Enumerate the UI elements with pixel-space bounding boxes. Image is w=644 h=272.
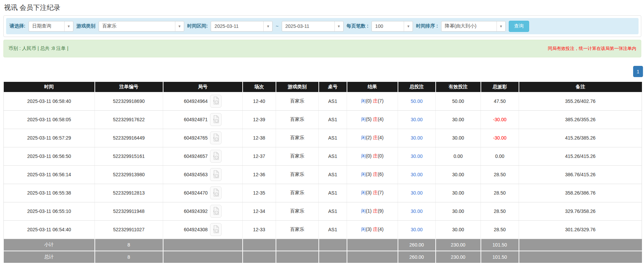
cell-round-id: 604924765: [163, 129, 243, 147]
cell-time: 2025-03-11 06:55:38: [4, 184, 95, 202]
sort-value: 降幂(由大到小): [441, 23, 480, 29]
result-player-label: 闲: [361, 116, 366, 122]
cell-total-bet-link[interactable]: 50.00: [398, 92, 436, 110]
cell-time: 2025-03-11 06:56:14: [4, 165, 95, 184]
cell-session: 12-37: [243, 147, 276, 165]
cell-total-bet-link[interactable]: 30.00: [398, 129, 436, 147]
result-banker-label: 庄: [373, 116, 378, 122]
chevron-down-icon: ▼: [497, 21, 505, 31]
cell-total-bet-link[interactable]: 30.00: [398, 202, 436, 220]
cell-game-type: 百家乐: [276, 92, 319, 110]
cell-time: 2025-03-11 06:58:05: [4, 110, 95, 129]
cell-payout: -30.00: [481, 129, 519, 147]
round-id-value: 604924308: [184, 227, 208, 232]
cell-session: 12-38: [243, 129, 276, 147]
date-to-select[interactable]: 2025-03-11 ▼: [282, 21, 344, 32]
summary-bar: 币别 : 人民币 | 总共 :8 注单 | 同局有效投注，统一计算在该局第一张注…: [3, 40, 641, 57]
cell-time: 2025-03-11 06:55:10: [4, 202, 95, 220]
cell-table-no: AS1: [319, 129, 347, 147]
cell-result: 闲(3) 庄(4): [347, 220, 398, 239]
cell-result: 闲(2) 庄(4): [347, 129, 398, 147]
result-banker-score: (4): [378, 226, 383, 232]
result-player-score: (3): [366, 226, 371, 232]
table-row: 2025-03-11 06:55:38 522329912813 6049244…: [4, 184, 642, 202]
result-banker-score: (7): [378, 190, 383, 195]
cell-table-no: AS1: [319, 184, 347, 202]
col-header-total-bet: 总投注: [398, 82, 436, 92]
round-id-value: 604924871: [184, 117, 208, 122]
game-type-select[interactable]: 百家乐 ▼: [99, 21, 184, 32]
video-replay-button[interactable]: [210, 223, 222, 236]
table-footer: 小计 8 260.00 230.00 101.50 总计 8 260.00 23…: [4, 239, 642, 263]
result-player-score: (3): [366, 190, 371, 195]
cell-remark: 329.76/358.26: [519, 202, 642, 220]
video-replay-button[interactable]: [210, 168, 222, 181]
cell-total-bet-link[interactable]: 30.00: [398, 220, 436, 239]
video-file-icon: [212, 206, 220, 216]
result-banker-score: (9): [378, 208, 383, 214]
round-id-value: 604924470: [184, 190, 208, 196]
table-row: 2025-03-11 06:58:40 522329918690 6049249…: [4, 92, 642, 110]
video-replay-button[interactable]: [210, 131, 222, 144]
result-banker-label: 庄: [373, 135, 378, 140]
query-type-label: 请选择:: [10, 23, 25, 29]
date-from-value: 2025-03-11: [211, 23, 242, 29]
round-id-value: 604924657: [184, 153, 208, 159]
time-range-label: 时间区间:: [187, 23, 208, 29]
result-player-score: (5): [366, 116, 371, 122]
date-from-select[interactable]: 2025-03-11 ▼: [211, 21, 273, 32]
video-replay-button[interactable]: [210, 150, 222, 163]
cell-bet-id: 522329916449: [95, 129, 163, 147]
result-banker-label: 庄: [373, 171, 378, 177]
query-type-select[interactable]: 日期查询 ▼: [29, 21, 73, 32]
video-replay-button[interactable]: [210, 95, 222, 108]
cell-table-no: AS1: [319, 147, 347, 165]
table-row: 2025-03-11 06:57:29 522329916449 6049247…: [4, 129, 642, 147]
cell-bet-id: 522329911948: [95, 202, 163, 220]
sort-label: 时间排序 :: [416, 23, 438, 29]
video-replay-button[interactable]: [210, 113, 222, 126]
video-file-icon: [212, 96, 220, 106]
video-replay-button[interactable]: [210, 186, 222, 199]
total-valid-bet: 230.00: [436, 251, 481, 263]
search-button[interactable]: 查询: [509, 21, 529, 32]
cell-round-id: 604924563: [163, 165, 243, 184]
cell-game-type: 百家乐: [276, 147, 319, 165]
cell-total-bet-link[interactable]: 30.00: [398, 184, 436, 202]
cell-table-no: AS1: [319, 220, 347, 239]
page-1-button[interactable]: 1: [633, 66, 643, 77]
sort-select[interactable]: 降幂(由大到小) ▼: [441, 21, 506, 32]
table-row: 2025-03-11 06:55:10 522329911948 6049243…: [4, 202, 642, 220]
cell-total-bet-link[interactable]: 30.00: [398, 165, 436, 184]
result-banker-label: 庄: [373, 153, 378, 159]
cell-valid-bet: 30.00: [436, 165, 481, 184]
cell-round-id: 604924308: [163, 220, 243, 239]
table-body: 2025-03-11 06:58:40 522329918690 6049249…: [4, 92, 642, 239]
result-banker-score: (6): [378, 171, 383, 177]
page-size-select[interactable]: 100 ▼: [371, 21, 413, 32]
cell-game-type: 百家乐: [276, 220, 319, 239]
total-label: 总计: [4, 251, 95, 263]
cell-total-bet-link[interactable]: 30.00: [398, 147, 436, 165]
cell-result: 闲(1) 庄(9): [347, 202, 398, 220]
cell-round-id: 604924964: [163, 92, 243, 110]
cell-time: 2025-03-11 06:56:50: [4, 147, 95, 165]
result-player-score: (3): [366, 171, 371, 177]
cell-bet-id: 522329915161: [95, 147, 163, 165]
result-banker-label: 庄: [373, 190, 378, 195]
result-player-label: 闲: [361, 208, 366, 214]
cell-valid-bet: 30.00: [436, 129, 481, 147]
page-size-label: 每页笔数 :: [347, 23, 369, 29]
video-replay-button[interactable]: [210, 205, 222, 218]
cell-game-type: 百家乐: [276, 202, 319, 220]
query-type-value: 日期查询: [29, 23, 55, 29]
filter-panel: 请选择: 日期查询 ▼ 游戏类别 百家乐 ▼ 时间区间: 2025-03-11 …: [3, 15, 641, 37]
cell-table-no: AS1: [319, 165, 347, 184]
cell-round-id: 604924871: [163, 110, 243, 129]
video-file-icon: [212, 151, 220, 161]
cell-total-bet-link[interactable]: 30.00: [398, 110, 436, 129]
table-row: 2025-03-11 06:58:05 522329917622 6049248…: [4, 110, 642, 129]
col-header-payout: 总派彩: [481, 82, 519, 92]
cell-table-no: AS1: [319, 92, 347, 110]
col-header-game-type: 游戏类别: [276, 82, 319, 92]
